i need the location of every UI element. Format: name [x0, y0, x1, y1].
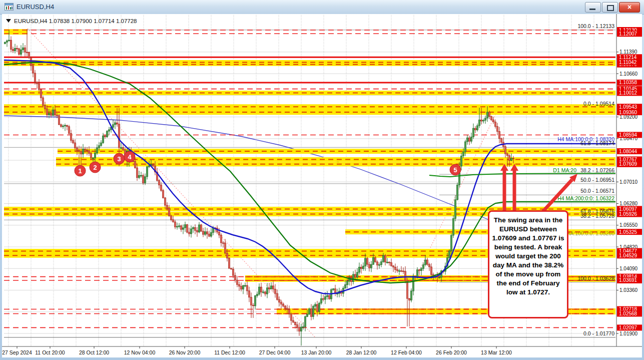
svg-text:H4 MA:100:0:0: 1.08320: H4 MA:100:0:0: 1.08320 — [557, 136, 614, 142]
svg-text:50.0 - 1.06951: 50.0 - 1.06951 — [580, 177, 614, 183]
annotation-textbox[interactable]: The swing area in the EURUSD between 1.0… — [488, 210, 568, 318]
svg-text:38.2 - 1.07266: 38.2 - 1.07266 — [580, 167, 614, 173]
svg-text:38.2 - 1.05728: 38.2 - 1.05728 — [580, 213, 614, 219]
svg-text:4: 4 — [128, 153, 132, 161]
svg-text:3: 3 — [117, 155, 121, 163]
svg-text:0.0 - 1.09514: 0.0 - 1.09514 — [583, 101, 614, 107]
svg-text:1: 1 — [78, 167, 82, 175]
chart-header: EURUSD,H4 1.07838 1.07900 1.07714 1.0772… — [6, 18, 137, 24]
svg-text:0.0 - 1.01770: 0.0 - 1.01770 — [583, 330, 614, 336]
svg-text:2: 2 — [93, 164, 97, 171]
chart-header-ohlc: EURUSD,H4 1.07838 1.07900 1.07714 1.0772… — [14, 18, 137, 24]
svg-text:5: 5 — [453, 166, 457, 174]
svg-text:100.0 - 1.03628: 100.0 - 1.03628 — [577, 275, 614, 281]
svg-text:D1 MA:20: D1 MA:20 — [553, 167, 576, 173]
annotation-text: The swing area in the EURUSD between 1.0… — [492, 216, 564, 296]
price-axis[interactable] — [616, 14, 644, 346]
time-axis[interactable] — [2, 346, 616, 357]
svg-text:100.0 - 1.12133: 100.0 - 1.12133 — [577, 23, 614, 29]
mt4-window: { "window": { "title": "EURUSD,H4", "but… — [0, 0, 644, 360]
svg-text:50.0 - 1.06571: 50.0 - 1.06571 — [580, 188, 614, 194]
svg-text:H4 MA:200:0:0: 1.06322: H4 MA:200:0:0: 1.06322 — [557, 195, 614, 201]
window-frame: EURUSD,H4 × D1 MA:100:0:0: 1.05260100.0 … — [0, 0, 644, 360]
